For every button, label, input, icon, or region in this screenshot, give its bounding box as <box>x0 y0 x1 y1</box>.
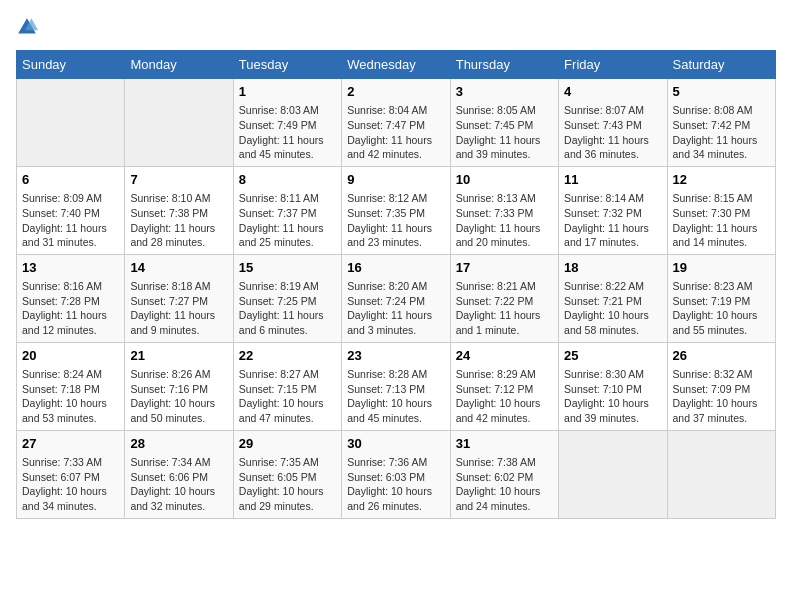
weekday-header-tuesday: Tuesday <box>233 51 341 79</box>
day-number: 19 <box>673 259 770 277</box>
day-number: 27 <box>22 435 119 453</box>
calendar-cell: 11Sunrise: 8:14 AM Sunset: 7:32 PM Dayli… <box>559 166 667 254</box>
calendar-cell: 18Sunrise: 8:22 AM Sunset: 7:21 PM Dayli… <box>559 254 667 342</box>
page-header <box>16 16 776 38</box>
logo <box>16 16 42 38</box>
calendar-cell <box>559 430 667 518</box>
weekday-header-saturday: Saturday <box>667 51 775 79</box>
day-number: 7 <box>130 171 227 189</box>
day-number: 8 <box>239 171 336 189</box>
day-number: 4 <box>564 83 661 101</box>
day-info: Sunrise: 8:04 AM Sunset: 7:47 PM Dayligh… <box>347 103 444 162</box>
calendar-cell <box>125 79 233 167</box>
calendar-cell: 12Sunrise: 8:15 AM Sunset: 7:30 PM Dayli… <box>667 166 775 254</box>
day-info: Sunrise: 8:05 AM Sunset: 7:45 PM Dayligh… <box>456 103 553 162</box>
day-number: 10 <box>456 171 553 189</box>
day-info: Sunrise: 8:03 AM Sunset: 7:49 PM Dayligh… <box>239 103 336 162</box>
day-number: 13 <box>22 259 119 277</box>
day-number: 1 <box>239 83 336 101</box>
day-number: 15 <box>239 259 336 277</box>
day-number: 17 <box>456 259 553 277</box>
calendar-week-row: 1Sunrise: 8:03 AM Sunset: 7:49 PM Daylig… <box>17 79 776 167</box>
calendar-cell <box>667 430 775 518</box>
calendar-cell: 9Sunrise: 8:12 AM Sunset: 7:35 PM Daylig… <box>342 166 450 254</box>
day-number: 18 <box>564 259 661 277</box>
day-number: 24 <box>456 347 553 365</box>
day-info: Sunrise: 8:21 AM Sunset: 7:22 PM Dayligh… <box>456 279 553 338</box>
day-info: Sunrise: 8:23 AM Sunset: 7:19 PM Dayligh… <box>673 279 770 338</box>
day-info: Sunrise: 7:38 AM Sunset: 6:02 PM Dayligh… <box>456 455 553 514</box>
day-info: Sunrise: 7:34 AM Sunset: 6:06 PM Dayligh… <box>130 455 227 514</box>
calendar-cell: 2Sunrise: 8:04 AM Sunset: 7:47 PM Daylig… <box>342 79 450 167</box>
calendar-cell: 4Sunrise: 8:07 AM Sunset: 7:43 PM Daylig… <box>559 79 667 167</box>
day-number: 29 <box>239 435 336 453</box>
day-number: 5 <box>673 83 770 101</box>
day-number: 22 <box>239 347 336 365</box>
day-info: Sunrise: 7:33 AM Sunset: 6:07 PM Dayligh… <box>22 455 119 514</box>
day-number: 11 <box>564 171 661 189</box>
calendar-cell: 13Sunrise: 8:16 AM Sunset: 7:28 PM Dayli… <box>17 254 125 342</box>
calendar-cell <box>17 79 125 167</box>
day-info: Sunrise: 8:20 AM Sunset: 7:24 PM Dayligh… <box>347 279 444 338</box>
calendar-week-row: 6Sunrise: 8:09 AM Sunset: 7:40 PM Daylig… <box>17 166 776 254</box>
day-info: Sunrise: 7:36 AM Sunset: 6:03 PM Dayligh… <box>347 455 444 514</box>
calendar-cell: 28Sunrise: 7:34 AM Sunset: 6:06 PM Dayli… <box>125 430 233 518</box>
calendar-cell: 5Sunrise: 8:08 AM Sunset: 7:42 PM Daylig… <box>667 79 775 167</box>
calendar-cell: 8Sunrise: 8:11 AM Sunset: 7:37 PM Daylig… <box>233 166 341 254</box>
calendar-cell: 27Sunrise: 7:33 AM Sunset: 6:07 PM Dayli… <box>17 430 125 518</box>
day-number: 3 <box>456 83 553 101</box>
weekday-header-row: SundayMondayTuesdayWednesdayThursdayFrid… <box>17 51 776 79</box>
day-number: 2 <box>347 83 444 101</box>
day-info: Sunrise: 8:22 AM Sunset: 7:21 PM Dayligh… <box>564 279 661 338</box>
calendar-cell: 24Sunrise: 8:29 AM Sunset: 7:12 PM Dayli… <box>450 342 558 430</box>
day-info: Sunrise: 8:26 AM Sunset: 7:16 PM Dayligh… <box>130 367 227 426</box>
day-info: Sunrise: 8:12 AM Sunset: 7:35 PM Dayligh… <box>347 191 444 250</box>
calendar-cell: 26Sunrise: 8:32 AM Sunset: 7:09 PM Dayli… <box>667 342 775 430</box>
calendar-week-row: 27Sunrise: 7:33 AM Sunset: 6:07 PM Dayli… <box>17 430 776 518</box>
calendar-cell: 10Sunrise: 8:13 AM Sunset: 7:33 PM Dayli… <box>450 166 558 254</box>
calendar-week-row: 13Sunrise: 8:16 AM Sunset: 7:28 PM Dayli… <box>17 254 776 342</box>
day-number: 16 <box>347 259 444 277</box>
day-info: Sunrise: 8:10 AM Sunset: 7:38 PM Dayligh… <box>130 191 227 250</box>
logo-icon <box>16 16 38 38</box>
calendar-cell: 16Sunrise: 8:20 AM Sunset: 7:24 PM Dayli… <box>342 254 450 342</box>
calendar-cell: 15Sunrise: 8:19 AM Sunset: 7:25 PM Dayli… <box>233 254 341 342</box>
day-number: 21 <box>130 347 227 365</box>
calendar-cell: 25Sunrise: 8:30 AM Sunset: 7:10 PM Dayli… <box>559 342 667 430</box>
day-info: Sunrise: 8:13 AM Sunset: 7:33 PM Dayligh… <box>456 191 553 250</box>
day-info: Sunrise: 8:27 AM Sunset: 7:15 PM Dayligh… <box>239 367 336 426</box>
weekday-header-monday: Monday <box>125 51 233 79</box>
day-info: Sunrise: 8:15 AM Sunset: 7:30 PM Dayligh… <box>673 191 770 250</box>
day-number: 26 <box>673 347 770 365</box>
day-info: Sunrise: 8:09 AM Sunset: 7:40 PM Dayligh… <box>22 191 119 250</box>
day-info: Sunrise: 8:18 AM Sunset: 7:27 PM Dayligh… <box>130 279 227 338</box>
day-number: 30 <box>347 435 444 453</box>
day-info: Sunrise: 8:08 AM Sunset: 7:42 PM Dayligh… <box>673 103 770 162</box>
day-info: Sunrise: 8:16 AM Sunset: 7:28 PM Dayligh… <box>22 279 119 338</box>
day-info: Sunrise: 8:32 AM Sunset: 7:09 PM Dayligh… <box>673 367 770 426</box>
day-number: 23 <box>347 347 444 365</box>
day-info: Sunrise: 7:35 AM Sunset: 6:05 PM Dayligh… <box>239 455 336 514</box>
day-number: 6 <box>22 171 119 189</box>
day-number: 31 <box>456 435 553 453</box>
calendar-cell: 23Sunrise: 8:28 AM Sunset: 7:13 PM Dayli… <box>342 342 450 430</box>
day-info: Sunrise: 8:29 AM Sunset: 7:12 PM Dayligh… <box>456 367 553 426</box>
calendar-cell: 3Sunrise: 8:05 AM Sunset: 7:45 PM Daylig… <box>450 79 558 167</box>
day-number: 14 <box>130 259 227 277</box>
calendar-cell: 19Sunrise: 8:23 AM Sunset: 7:19 PM Dayli… <box>667 254 775 342</box>
calendar-table: SundayMondayTuesdayWednesdayThursdayFrid… <box>16 50 776 519</box>
calendar-cell: 14Sunrise: 8:18 AM Sunset: 7:27 PM Dayli… <box>125 254 233 342</box>
day-info: Sunrise: 8:24 AM Sunset: 7:18 PM Dayligh… <box>22 367 119 426</box>
calendar-cell: 22Sunrise: 8:27 AM Sunset: 7:15 PM Dayli… <box>233 342 341 430</box>
day-info: Sunrise: 8:07 AM Sunset: 7:43 PM Dayligh… <box>564 103 661 162</box>
calendar-cell: 6Sunrise: 8:09 AM Sunset: 7:40 PM Daylig… <box>17 166 125 254</box>
calendar-cell: 31Sunrise: 7:38 AM Sunset: 6:02 PM Dayli… <box>450 430 558 518</box>
calendar-cell: 29Sunrise: 7:35 AM Sunset: 6:05 PM Dayli… <box>233 430 341 518</box>
weekday-header-sunday: Sunday <box>17 51 125 79</box>
calendar-cell: 1Sunrise: 8:03 AM Sunset: 7:49 PM Daylig… <box>233 79 341 167</box>
day-info: Sunrise: 8:30 AM Sunset: 7:10 PM Dayligh… <box>564 367 661 426</box>
day-number: 28 <box>130 435 227 453</box>
calendar-cell: 17Sunrise: 8:21 AM Sunset: 7:22 PM Dayli… <box>450 254 558 342</box>
calendar-cell: 20Sunrise: 8:24 AM Sunset: 7:18 PM Dayli… <box>17 342 125 430</box>
calendar-cell: 7Sunrise: 8:10 AM Sunset: 7:38 PM Daylig… <box>125 166 233 254</box>
